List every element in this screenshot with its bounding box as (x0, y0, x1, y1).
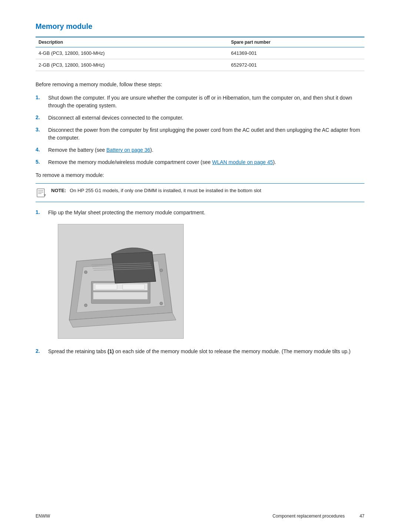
removal-step-1: 1. Flip up the Mylar sheet protecting th… (36, 209, 364, 217)
step-num-4: 4. (36, 146, 48, 153)
table-cell-description: 4-GB (PC3, 12800, 1600-MHz) (36, 47, 209, 59)
footer-left: ENWW (36, 513, 50, 519)
laptop-illustration (58, 224, 183, 339)
step-text-1: Shut down the computer. If you are unsur… (48, 94, 364, 110)
to-remove-label: To remove a memory module: (36, 172, 364, 178)
step-text-3: Disconnect the power from the computer b… (48, 126, 364, 142)
prereq-step-2: 2. Disconnect all external devices conne… (36, 114, 364, 122)
bold-1: (1) (107, 348, 114, 354)
step-text-2: Disconnect all external devices connecte… (48, 114, 364, 122)
svg-rect-11 (123, 284, 145, 290)
step-text-5: Remove the memory module/wireless module… (48, 158, 364, 166)
step-num-1: 1. (36, 94, 48, 100)
page-footer: ENWW Component replacement procedures 47 (0, 513, 400, 519)
table-cell-spare: 641369-001 (209, 47, 364, 59)
laptop-image-container (58, 224, 364, 339)
battery-link[interactable]: Battery on page 36 (106, 147, 150, 153)
step-text-4: Remove the battery (see Battery on page … (48, 146, 364, 154)
removal-steps-list-2: 2. Spread the retaining tabs (1) on each… (36, 348, 364, 355)
parts-table: Description Spare part number 4-GB (PC3,… (36, 37, 364, 71)
intro-text: Before removing a memory module, follow … (36, 81, 364, 87)
prereq-step-5: 5. Remove the memory module/wireless mod… (36, 158, 364, 166)
step-num-2: 2. (36, 114, 48, 120)
svg-point-17 (84, 271, 87, 274)
table-row: 4-GB (PC3, 12800, 1600-MHz)641369-001 (36, 47, 364, 59)
step-num-5: 5. (36, 158, 48, 165)
prereq-steps-list: 1. Shut down the computer. If you are un… (36, 94, 364, 166)
prereq-step-4: 4. Remove the battery (see Battery on pa… (36, 146, 364, 154)
removal-step-num-2: 2. (36, 348, 48, 354)
col-header-spare: Spare part number (209, 37, 364, 47)
note-content: NOTE: On HP 255 G1 models, if only one D… (51, 187, 261, 193)
note-box: NOTE: On HP 255 G1 models, if only one D… (36, 183, 364, 202)
removal-step-text-2: Spread the retaining tabs (1) on each si… (48, 348, 364, 355)
page-content: Memory module Description Spare part num… (0, 0, 400, 391)
footer-page-number: 47 (360, 513, 364, 519)
table-cell-spare: 652972-001 (209, 59, 364, 71)
footer-right: Component replacement procedures 47 (273, 513, 364, 519)
table-cell-description: 2-GB (PC3, 12800, 1600-MHz) (36, 59, 209, 71)
note-icon (36, 188, 47, 198)
laptop-compartment-image (58, 224, 184, 339)
wlan-link[interactable]: WLAN module on page 45 (212, 159, 273, 165)
svg-point-20 (160, 302, 163, 305)
prereq-step-1: 1. Shut down the computer. If you are un… (36, 94, 364, 110)
removal-steps-list: 1. Flip up the Mylar sheet protecting th… (36, 209, 364, 217)
removal-step-num-1: 1. (36, 209, 48, 215)
note-text: On HP 255 G1 models, if only one DIMM is… (70, 188, 261, 193)
svg-rect-10 (95, 284, 117, 290)
note-label: NOTE: (51, 188, 66, 193)
svg-rect-0 (37, 189, 44, 197)
removal-step-text-1: Flip up the Mylar sheet protecting the m… (48, 209, 364, 217)
section-title: Memory module (36, 22, 364, 31)
footer-chapter: Component replacement procedures (273, 513, 345, 519)
table-row: 2-GB (PC3, 12800, 1600-MHz)652972-001 (36, 59, 364, 71)
svg-point-18 (160, 269, 163, 272)
step-num-3: 3. (36, 126, 48, 133)
col-header-description: Description (36, 37, 209, 47)
svg-rect-9 (93, 292, 147, 300)
svg-point-19 (84, 304, 87, 307)
removal-step-2: 2. Spread the retaining tabs (1) on each… (36, 348, 364, 355)
prereq-step-3: 3. Disconnect the power from the compute… (36, 126, 364, 142)
